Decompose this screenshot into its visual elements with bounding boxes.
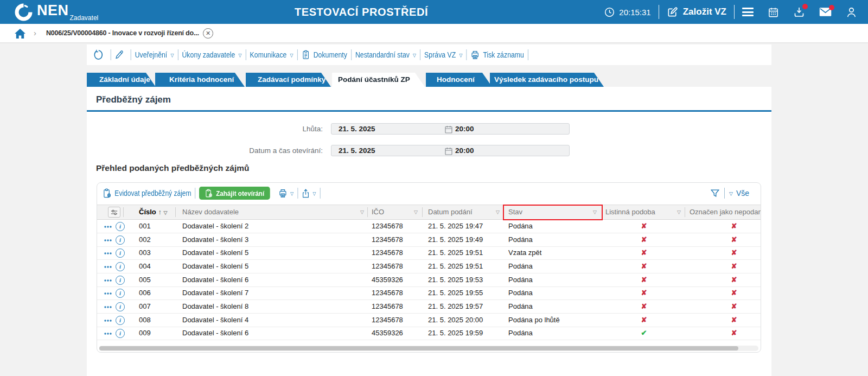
create-vz-button[interactable]: Založit VZ [667,7,726,18]
row-info-icon[interactable]: i [116,329,125,338]
column-header-cislo[interactable]: Číslo ↑ ▽ [139,205,167,220]
zahajit-label: Zahájit otevírání [216,189,264,197]
breadcrumb-bar: › N006/25/V00004860 - Inovace v rozvoji … [0,24,868,43]
cell-stav: Podána [508,260,533,273]
chevron-down-icon: ▽ [290,53,293,58]
tab-6[interactable]: Výsledek zadávacího postupu [490,73,604,87]
tab-1[interactable]: Základní údaje [87,73,156,87]
cell-listinna-mark: ✘ [641,273,647,286]
row-actions-icon[interactable] [104,332,112,335]
column-settings-icon[interactable] [108,207,120,218]
table-row-009[interactable]: i009Dodavatel - školení 64535932621. 5. … [97,327,761,340]
row-actions-icon[interactable] [104,239,112,242]
toolbar-item-tisk-zaznamu[interactable]: Tisk záznamu [471,50,524,60]
tab-4[interactable]: Podání účastníků ZP [332,73,425,87]
column-header-nepodany[interactable]: Označen jako nepodaný [690,205,761,219]
table-row-007[interactable]: i007Dodavatel - školení 81234567821. 5. … [97,300,761,314]
tab-3[interactable]: Zadávací podmínky [246,73,331,87]
row-info-icon[interactable]: i [116,235,125,245]
row-actions-icon[interactable] [104,265,112,269]
cell-nepodany-mark: ✘ [731,286,737,299]
tab-5[interactable]: Hodnocení [426,73,492,87]
evidovat-button[interactable]: Evidovat předběžný zájem [103,188,192,199]
downloads-icon[interactable] [793,6,805,18]
scrollbar-thumb[interactable] [99,346,738,350]
home-icon[interactable] [15,29,25,39]
toolbar-item-nestandardni-stav[interactable]: Nestandardní stav▽ [355,50,416,59]
evidovat-label: Evidovat předběžný zájem [114,189,191,197]
row-info-icon[interactable]: i [116,248,125,258]
toolbar-item-ukony-zadavatele[interactable]: Úkony zadavatele▽ [182,50,241,59]
menu-icon[interactable] [742,6,754,18]
row-actions-icon[interactable] [104,225,112,228]
export-button[interactable]: ▽ [302,188,316,199]
row-actions-icon[interactable] [104,305,112,309]
column-header-stav[interactable]: Stav [508,205,522,219]
table-row-005[interactable]: i005Dodavatel - školení 64535932621. 5. … [97,273,761,287]
chevron-down-icon: ▽ [459,53,462,58]
toolbar-item-undo[interactable] [94,49,107,60]
opening-field[interactable]: 21. 5. 2025 20:00 [331,145,570,156]
horizontal-scrollbar[interactable] [99,346,758,351]
cell-datum: 21. 5. 2025 19:57 [428,300,483,313]
row-info-icon[interactable]: i [116,262,125,271]
cell-ico: 45359326 [372,327,403,340]
calendar-small-icon[interactable] [445,125,452,133]
zahajit-button[interactable]: Zahájit otevírání [199,187,270,200]
toolbar-item-edit[interactable] [115,50,127,60]
chevron-down-icon[interactable]: ▽ [414,205,418,219]
tab-2[interactable]: Kritéria hodnocení [155,73,245,87]
column-header-listinna[interactable]: Listinná podoba [605,205,655,219]
pencil-icon [115,50,124,60]
deadline-field[interactable]: 21. 5. 2025 20:00 [331,123,570,135]
opening-label: Datum a čas otevírání: [160,145,323,156]
cell-stav: Podána po lhůtě [508,314,560,327]
cell-nazev: Dodavatel - školení 5 [182,246,248,259]
chevron-down-icon[interactable]: ▽ [360,205,364,219]
chevron-down-icon[interactable]: ▽ [593,205,597,219]
deadline-time-value: 20:00 [455,124,474,134]
calendar-small-icon[interactable] [445,147,452,155]
cell-datum: 21. 5. 2025 20:00 [428,314,483,327]
row-actions-icon[interactable] [104,292,112,295]
column-header-nazev[interactable]: Název dodavatele [182,205,239,219]
calendar-icon[interactable] [768,7,779,18]
toolbar-item-sprava-vz[interactable]: Správa VZ▽ [424,50,462,59]
cell-listinna-mark: ✘ [641,260,647,273]
filter-all-button[interactable]: Vše [736,189,749,197]
print-table-button[interactable]: ▽ [278,188,293,199]
user-icon[interactable] [846,7,857,18]
breadcrumb-item[interactable]: N006/25/V00004860 - Inovace v rozvoji ří… [46,29,199,37]
toolbar-item-komunikace[interactable]: Komunikace▽ [250,50,293,59]
downloads-badge [802,4,808,9]
row-info-icon[interactable]: i [116,222,125,231]
chevron-down-icon[interactable]: ▽ [496,205,500,219]
table-row-002[interactable]: i002Dodavatel - školení 31234567821. 5. … [97,233,761,247]
table-row-003[interactable]: i003Dodavatel - školení 51234567821. 5. … [97,246,761,260]
toolbar-item-uverejneni[interactable]: Uveřejnění▽ [135,50,174,59]
filter-icon[interactable] [710,188,720,198]
row-actions-icon[interactable] [104,252,112,255]
divider [131,49,131,60]
row-actions-icon[interactable] [104,319,112,322]
section-title-rule [87,110,771,112]
row-info-icon[interactable]: i [116,289,125,298]
brand[interactable]: NENZadavatel [15,3,98,21]
column-header-ico[interactable]: IČO [372,205,384,219]
toolbar-item-dokumenty[interactable]: Dokumenty [302,50,347,60]
table-row-006[interactable]: i006Dodavatel - školení 71234567821. 5. … [97,286,761,300]
row-info-icon[interactable]: i [116,316,125,325]
column-separator [422,207,423,217]
row-info-icon[interactable]: i [116,302,125,311]
mail-badge [829,5,834,10]
row-actions-icon[interactable] [104,279,112,282]
mail-icon[interactable] [819,7,832,17]
table-row-008[interactable]: i008Dodavatel - školení 41234567821. 5. … [97,314,761,327]
table-row-004[interactable]: i004Dodavatel - školení 51234567821. 5. … [97,260,761,273]
chevron-down-icon[interactable]: ▽ [677,205,681,219]
row-info-icon[interactable]: i [116,276,125,285]
column-header-datum[interactable]: Datum podání [428,205,473,219]
breadcrumb-close-icon[interactable]: ✕ [203,28,213,39]
create-vz-label: Založit VZ [683,7,726,17]
table-row-001[interactable]: i001Dodavatel - školení 21234567821. 5. … [97,220,761,233]
